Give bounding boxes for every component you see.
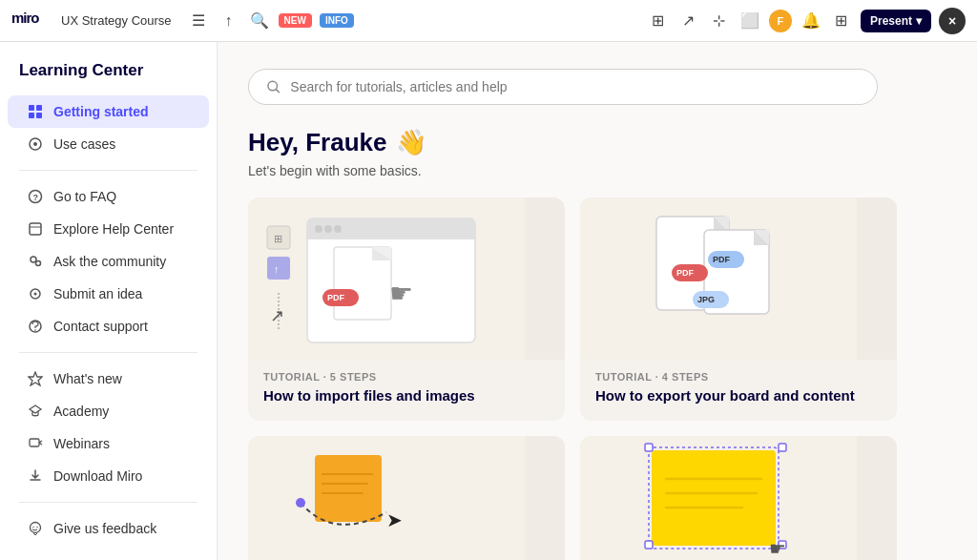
svg-rect-1: [29, 105, 34, 111]
present-button[interactable]: Present ▾: [861, 10, 931, 32]
sidebar-item-webinars[interactable]: Webinars: [8, 427, 209, 460]
sidebar-label-feedback: Give us feedback: [53, 521, 156, 536]
svg-point-6: [33, 142, 37, 146]
greeting-text: Hey, Frauke: [248, 128, 386, 157]
search-bar: [248, 69, 878, 105]
contact-support-icon: [27, 318, 44, 335]
sidebar-item-contact-support[interactable]: Contact support: [8, 310, 209, 342]
bell-icon[interactable]: 🔔: [800, 10, 822, 32]
svg-point-16: [34, 329, 36, 331]
card-sticky-image: ☛: [580, 436, 897, 561]
sidebar-label-getting-started: Getting started: [53, 104, 149, 119]
sidebar-item-faq[interactable]: ? Go to FAQ: [8, 180, 209, 213]
academy-icon: [27, 403, 44, 420]
tutorial-cards-grid: ⊞ ↑ ↗: [248, 197, 897, 560]
feedback-icon: [27, 520, 44, 537]
svg-text:PDF: PDF: [713, 255, 731, 264]
community-icon: [27, 253, 44, 270]
sidebar-label-help-center: Explore Help Center: [53, 221, 174, 237]
svg-text:PDF: PDF: [676, 268, 695, 278]
card-move-image: ➤: [248, 436, 565, 561]
svg-point-37: [334, 225, 342, 233]
sidebar-title: Learning Center: [0, 61, 217, 95]
grid-icon[interactable]: ⊞: [647, 10, 670, 32]
sidebar-item-help-center[interactable]: Explore Help Center: [8, 213, 209, 245]
search-input[interactable]: [290, 79, 860, 94]
svg-point-62: [296, 498, 305, 508]
sidebar-item-use-cases[interactable]: Use cases: [8, 128, 209, 160]
svg-text:JPG: JPG: [697, 295, 715, 304]
svg-rect-4: [36, 113, 42, 118]
divider-3: [19, 502, 197, 503]
svg-rect-2: [36, 105, 42, 111]
card-import-title: How to import files and images: [263, 386, 550, 405]
help-center-icon: [27, 220, 44, 238]
sidebar-label-contact-support: Contact support: [53, 319, 148, 334]
avatar-icon[interactable]: F: [769, 10, 792, 32]
sidebar-label-submit-idea: Submit an idea: [53, 286, 142, 301]
svg-rect-9: [30, 223, 41, 235]
sidebar-label-community: Ask the community: [53, 254, 166, 269]
greeting-subtitle: Let's begin with some basics.: [248, 163, 977, 178]
sidebar-item-academy[interactable]: Academy: [8, 395, 209, 427]
svg-point-11: [31, 257, 36, 262]
card-export[interactable]: PDF PDF JPG TUTORIAL · 4 STEPS How to ex…: [580, 197, 897, 421]
sidebar-label-download: Download Miro: [53, 468, 142, 484]
svg-point-12: [36, 261, 41, 266]
sidebar-label-webinars: Webinars: [53, 436, 110, 451]
card-export-title: How to export your board and content: [595, 386, 882, 405]
webinars-icon: [27, 435, 44, 452]
card-import-info: TUTORIAL · 5 STEPS How to import files a…: [248, 360, 565, 421]
sidebar-label-faq: Go to FAQ: [53, 189, 116, 204]
greeting-heading: Hey, Frauke 👋: [248, 128, 977, 157]
cursor2-icon[interactable]: ⊹: [708, 10, 731, 32]
svg-text:miro: miro: [11, 10, 39, 26]
faq-icon: ?: [27, 188, 44, 205]
upload-icon[interactable]: ↑: [218, 10, 240, 32]
sidebar: Learning Center Getting started Use case…: [0, 42, 218, 560]
svg-rect-68: [779, 444, 786, 451]
svg-point-21: [31, 523, 41, 533]
sidebar-item-download[interactable]: Download Miro: [8, 460, 209, 492]
card-export-info: TUTORIAL · 4 STEPS How to export your bo…: [580, 360, 897, 421]
svg-text:⊞: ⊞: [274, 233, 282, 244]
sidebar-item-feedback[interactable]: Give us feedback: [8, 512, 209, 545]
apps-icon[interactable]: ⊞: [830, 10, 853, 32]
svg-rect-18: [30, 439, 39, 446]
whats-new-icon: [27, 370, 44, 387]
sidebar-item-submit-idea[interactable]: Submit an idea: [8, 278, 209, 310]
close-button[interactable]: ×: [939, 8, 966, 34]
sidebar-item-community[interactable]: Ask the community: [8, 245, 209, 278]
svg-text:?: ?: [33, 193, 39, 202]
svg-point-22: [32, 527, 33, 528]
svg-rect-67: [645, 444, 653, 451]
svg-point-14: [34, 293, 37, 296]
card-import[interactable]: ⊞ ↑ ↗: [248, 197, 565, 421]
search-topbar-icon[interactable]: 🔍: [248, 10, 271, 32]
miro-logo: miro: [11, 10, 46, 31]
card-move[interactable]: ➤: [248, 436, 565, 561]
svg-point-36: [324, 225, 332, 233]
cursor-icon[interactable]: ↗: [677, 10, 700, 32]
svg-rect-57: [248, 436, 525, 561]
search-icon: [266, 79, 281, 94]
svg-text:☛: ☛: [389, 279, 413, 308]
board-title: UX Strategy Course: [61, 13, 172, 28]
sidebar-item-whats-new[interactable]: What's new: [8, 363, 209, 395]
svg-text:➤: ➤: [386, 509, 403, 530]
svg-rect-58: [315, 455, 382, 522]
greeting-emoji: 👋: [396, 128, 426, 157]
card-sticky[interactable]: ☛: [580, 436, 897, 561]
sidebar-label-academy: Academy: [53, 404, 109, 419]
svg-text:↑: ↑: [274, 263, 280, 275]
svg-marker-17: [29, 372, 42, 385]
tag-red: NEW: [279, 13, 312, 28]
svg-point-35: [315, 225, 322, 233]
menu-icon[interactable]: ☰: [187, 10, 210, 32]
sidebar-item-getting-started[interactable]: Getting started: [8, 95, 209, 128]
main-content: Copy link Hey, Frauke 👋 Let's begin with…: [218, 42, 977, 560]
frame-icon[interactable]: ⬜: [738, 10, 761, 32]
divider-2: [19, 352, 197, 353]
card-import-meta: TUTORIAL · 5 STEPS: [263, 371, 550, 383]
card-export-image: PDF PDF JPG: [580, 197, 897, 360]
